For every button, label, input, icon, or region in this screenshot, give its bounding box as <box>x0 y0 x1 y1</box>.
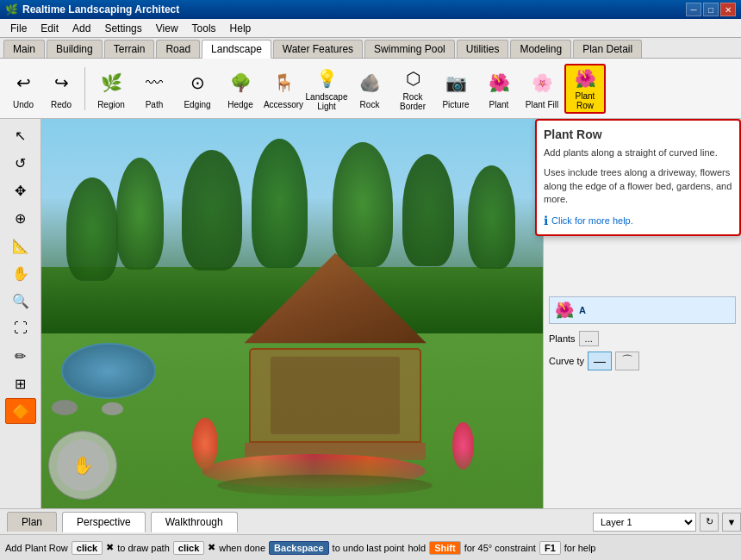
menu-settings[interactable]: Settings <box>97 19 148 37</box>
orbit-tool[interactable]: ↺ <box>5 150 36 176</box>
curve-straight-button[interactable]: — <box>588 352 612 370</box>
layer-select[interactable]: Layer 1 Layer 2 <box>593 513 696 532</box>
tab-plan-detail[interactable]: Plan Detail <box>573 40 642 58</box>
path-button[interactable]: 〰 Path <box>134 64 175 114</box>
plants-row: Plants ... <box>549 331 736 346</box>
help-icon: ℹ <box>544 214 548 227</box>
status-undo-last: to undo last point <box>333 543 405 553</box>
status-shift: Shift <box>429 541 460 555</box>
status-cursor-icon-2: ✖ <box>208 542 215 553</box>
toolbar: ↩ Undo ↪ Redo 🌿 Region 〰 Path ⊙ Edging 🌳… <box>0 59 741 119</box>
menu-tools[interactable]: Tools <box>185 19 223 37</box>
plants-label: Plants <box>549 333 576 344</box>
edging-button[interactable]: ⊙ Edging <box>177 64 218 114</box>
rock-1 <box>52 400 78 415</box>
pan-tool[interactable]: ✥ <box>5 177 36 203</box>
tab-utilities[interactable]: Utilities <box>457 40 509 58</box>
work-area: ↖ ↺ ✥ ⊕ 📐 ✋ 🔍 ⛶ ✏ ⊞ 🔶 <box>0 119 741 508</box>
tab-landscape[interactable]: Landscape <box>202 40 271 59</box>
titlebar-controls: ─ □ ✕ <box>686 3 736 16</box>
select-tool[interactable]: ↖ <box>5 122 36 148</box>
main-area: ↖ ↺ ✥ ⊕ 📐 ✋ 🔍 ⛶ ✏ ⊞ 🔶 <box>0 119 741 534</box>
zoom-tool[interactable]: ⊕ <box>5 205 36 231</box>
status-hold: hold <box>408 543 426 553</box>
tree-5 <box>333 142 393 267</box>
tab-walkthrough[interactable]: Walkthrough <box>151 512 238 532</box>
plant-fill-label: Plant Fill <box>526 100 558 109</box>
landscape-light-button[interactable]: 💡 Landscape Light <box>306 64 347 114</box>
tab-plan[interactable]: Plan <box>7 512 57 532</box>
left-tools: ↖ ↺ ✥ ⊕ 📐 ✋ 🔍 ⛶ ✏ ⊞ 🔶 <box>0 119 41 508</box>
landscape-tools-group: 🌿 Region 〰 Path ⊙ Edging 🌳 Hedge 🪑 Acces… <box>90 64 606 114</box>
undo-icon: ↩ <box>8 67 39 98</box>
undo-button[interactable]: ↩ Undo <box>5 64 41 114</box>
region-button[interactable]: 🌿 Region <box>90 64 132 114</box>
tab-modeling[interactable]: Modeling <box>510 40 571 58</box>
tab-perspective[interactable]: Perspective <box>62 512 146 532</box>
hedge-button[interactable]: 🌳 Hedge <box>220 64 261 114</box>
menu-edit[interactable]: Edit <box>34 19 65 37</box>
bottom-area: Plan Perspective Walkthrough Layer 1 Lay… <box>0 508 741 534</box>
region-label: Region <box>97 100 125 109</box>
hedge-icon: 🌳 <box>225 67 256 98</box>
close-button[interactable]: ✕ <box>720 3 736 16</box>
status-click-2: click <box>173 541 204 555</box>
maximize-button[interactable]: □ <box>703 3 719 16</box>
menu-help[interactable]: Help <box>223 19 258 37</box>
redo-button[interactable]: ↪ Redo <box>43 64 79 114</box>
status-when-done: when done <box>219 543 265 553</box>
plants-select-button[interactable]: ... <box>579 331 599 346</box>
add-row-label: A <box>579 305 586 315</box>
picture-button[interactable]: 📷 Picture <box>435 64 476 114</box>
pen-tool[interactable]: ✏ <box>5 343 36 369</box>
tab-swimming-pool[interactable]: Swimming Pool <box>364 40 455 58</box>
rock-2 <box>102 402 123 415</box>
gazebo-body <box>249 348 421 443</box>
menubar: File Edit Add Settings View Tools Help <box>0 19 741 38</box>
tooltip-uses: Uses include trees along a driveway, flo… <box>544 166 732 206</box>
rock-border-icon: ⬡ <box>397 66 428 90</box>
measure-tool[interactable]: 📐 <box>5 233 36 258</box>
titlebar: 🌿 Realtime Landscaping Architect ─ □ ✕ <box>0 0 741 19</box>
curve-type-row: Curve ty — ⌒ <box>549 352 736 370</box>
rock-border-button[interactable]: ⬡ Rock Border <box>392 64 433 114</box>
status-click-1: click <box>72 541 103 555</box>
redo-label: Redo <box>51 100 72 109</box>
hand-tool[interactable]: ✋ <box>5 260 36 286</box>
help-link-text: Click for more help. <box>551 215 633 226</box>
status-for-45: for 45° constraint <box>464 543 536 553</box>
rock-button[interactable]: 🪨 Rock <box>349 64 390 114</box>
plant-button[interactable]: 🌺 Plant <box>478 64 520 114</box>
tree-4 <box>252 139 308 268</box>
search-tool[interactable]: 🔍 <box>5 288 36 314</box>
tab-main[interactable]: Main <box>3 40 45 58</box>
menu-file[interactable]: File <box>3 19 34 37</box>
curve-curved-button[interactable]: ⌒ <box>615 352 639 370</box>
canvas-area[interactable]: ✋ <box>41 119 543 508</box>
plant-fill-button[interactable]: 🌸 Plant Fill <box>521 64 563 114</box>
menu-view[interactable]: View <box>149 19 185 37</box>
tab-terrain[interactable]: Terrain <box>104 40 155 58</box>
undo-label: Undo <box>13 100 34 109</box>
grid-tool[interactable]: ⊞ <box>5 370 36 396</box>
accessory-button[interactable]: 🪑 Accessory <box>263 64 304 114</box>
crop-tool[interactable]: ⛶ <box>5 315 36 341</box>
minimap: ✋ <box>48 431 117 500</box>
landscape-light-label: Landscape Light <box>306 92 348 111</box>
tooltip-help-link[interactable]: ℹ Click for more help. <box>544 214 732 227</box>
active-tool[interactable]: 🔶 <box>5 398 36 424</box>
tab-road[interactable]: Road <box>156 40 200 58</box>
tooltip-desc: Add plants along a straight of curved li… <box>544 146 732 159</box>
minimize-button[interactable]: ─ <box>686 3 701 16</box>
curve-type-label: Curve ty <box>549 356 584 366</box>
compass-rose: ✋ <box>57 439 109 491</box>
layer-refresh-button[interactable]: ↻ <box>700 513 719 532</box>
app-icon: 🌿 <box>5 3 18 16</box>
layer-down-button[interactable]: ▼ <box>722 513 741 532</box>
tab-building[interactable]: Building <box>47 40 103 58</box>
menu-add[interactable]: Add <box>65 19 97 37</box>
plant-icon: 🌺 <box>483 67 514 98</box>
status-cursor-icon: ✖ <box>106 542 114 553</box>
plant-row-button[interactable]: 🌺 Plant Row <box>564 64 606 114</box>
tab-water-features[interactable]: Water Features <box>273 40 363 58</box>
